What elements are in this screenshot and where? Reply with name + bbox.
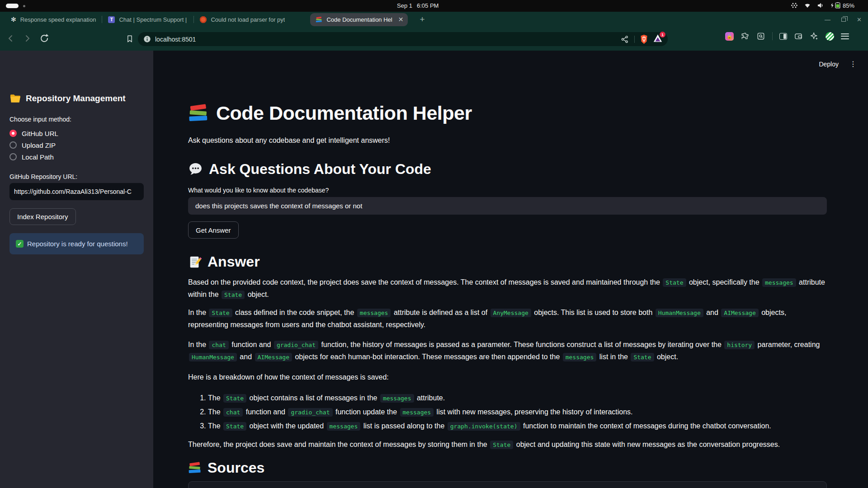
tab-title: Could not load parser for pyt — [211, 16, 285, 23]
url-text[interactable]: localhost:8501 — [155, 36, 196, 43]
brave-rewards-button[interactable]: 1 — [653, 34, 662, 44]
new-tab-button[interactable]: + — [420, 14, 425, 24]
close-window-button[interactable]: ✕ — [857, 16, 862, 23]
password-manager-icon[interactable]: 🔒 — [725, 32, 734, 41]
page-subtitle: Ask questions about any codebase and get… — [188, 136, 827, 145]
answer-paragraph: Here is a breakdown of how the context o… — [188, 371, 827, 383]
tab-code-doc-helper-active[interactable]: Code Documentation Hel ✕ — [310, 13, 408, 26]
battery-percent-label: 85% — [843, 2, 854, 9]
sidebar-toggle-icon[interactable] — [779, 33, 787, 40]
reload-icon[interactable] — [39, 32, 50, 45]
browser-toolbar: localhost:8501 — [0, 27, 868, 51]
back-icon[interactable] — [6, 32, 15, 45]
memo-emoji — [188, 255, 202, 269]
question-input[interactable] — [188, 197, 827, 215]
workspace-dot-indicator[interactable] — [23, 5, 25, 7]
answer-paragraph: In the State class defined in the code s… — [188, 307, 827, 331]
get-answer-button[interactable]: Get Answer — [188, 221, 239, 239]
answer-heading-text: Answer — [208, 253, 260, 272]
radio-label: Local Path — [22, 153, 54, 161]
forward-icon[interactable] — [23, 32, 32, 45]
answer-section-heading: Answer — [188, 253, 827, 272]
radio-unselected-icon[interactable] — [9, 153, 17, 160]
radio-local-path[interactable]: Local Path — [9, 152, 144, 161]
tab-title: Code Documentation Hel — [326, 16, 392, 23]
restore-button[interactable] — [841, 18, 846, 22]
sidebar: Repository Management Choose input metho… — [0, 51, 153, 488]
radio-unselected-icon[interactable] — [9, 141, 17, 149]
input-dots-icon — [791, 2, 798, 9]
radio-selected-icon[interactable] — [9, 130, 17, 137]
page-content: Code Documentation Helper Ask questions … — [188, 101, 827, 488]
charging-plug-icon — [830, 3, 834, 8]
deploy-button[interactable]: Deploy — [819, 61, 839, 68]
sources-heading-text: Sources — [208, 459, 264, 478]
system-top-bar: Sep 1 6:05 PM 85% — [0, 0, 868, 12]
workspace-pill-indicator[interactable] — [6, 4, 19, 8]
tab-separator — [102, 16, 102, 23]
clock[interactable]: Sep 1 6:05 PM — [397, 2, 439, 9]
battery-indicator: 85% — [830, 2, 854, 9]
books-emoji — [188, 462, 202, 474]
wallet-icon[interactable] — [794, 32, 803, 41]
sidebar-title: Repository Management — [26, 94, 126, 103]
input-method-radio-group: GitHub URL Upload ZIP Local Path — [9, 129, 144, 161]
index-repository-button[interactable]: Index Repository — [9, 208, 76, 225]
leo-ai-sparkles-icon[interactable] — [810, 32, 819, 41]
list-item: The chat function and gradio_chat functi… — [208, 406, 827, 418]
tab-separator — [193, 16, 194, 23]
time-label: 6:05 PM — [417, 2, 439, 9]
answer-paragraph: In the chat function and gradio_chat fun… — [188, 339, 827, 363]
tab-title: Response speed explanation — [20, 16, 96, 23]
browser-chrome: ✻ Response speed explanation T Chat | Sp… — [0, 12, 868, 51]
tab-title: Chat | Spectrum Support | Mi — [119, 16, 188, 23]
bookmark-icon[interactable] — [125, 34, 134, 44]
main-area: Deploy ⋮ Code Documentation Helper Ask q… — [153, 51, 868, 488]
list-item: The State object contains a list of mess… — [208, 392, 827, 404]
tab-parser-error[interactable]: Could not load parser for pyt — [195, 13, 289, 26]
radio-upload-zip[interactable]: Upload ZIP — [9, 141, 144, 150]
page-title: Code Documentation Helper — [188, 101, 827, 126]
search-box-icon[interactable] — [756, 32, 765, 41]
source-expander[interactable]: ▾ Source 1: chat in app.py — [188, 481, 827, 488]
folder-emoji — [9, 94, 21, 103]
tab-teams-chat[interactable]: T Chat | Spectrum Support | Mi — [104, 13, 192, 26]
check-emoji: ✓ — [16, 240, 24, 248]
menu-hamburger-icon[interactable] — [841, 33, 849, 39]
chatgpt-icon: ✻ — [11, 16, 16, 23]
extensions-puzzle-icon[interactable] — [741, 32, 750, 41]
battery-icon — [835, 2, 842, 9]
parser-page-icon — [200, 16, 207, 23]
app-menu-kebab-icon[interactable]: ⋮ — [849, 61, 857, 68]
address-bar[interactable]: localhost:8501 — [138, 32, 668, 46]
page-title-text: Code Documentation Helper — [216, 101, 472, 126]
radio-label: Upload ZIP — [22, 141, 56, 149]
ask-section-heading: Ask Questions About Your Code — [188, 160, 827, 179]
system-tray[interactable]: 85% — [791, 2, 854, 9]
date-label: Sep 1 — [397, 2, 412, 9]
sources-section-heading: Sources — [188, 459, 827, 478]
tab-response-speed[interactable]: ✻ Response speed explanation — [6, 13, 100, 26]
tab-bar: ✻ Response speed explanation T Chat | Sp… — [0, 12, 868, 27]
list-item: The State object with the updated messag… — [208, 420, 827, 432]
site-info-icon[interactable] — [143, 35, 151, 43]
radio-github-url[interactable]: GitHub URL — [9, 129, 144, 138]
question-label: What would you like to know about the co… — [188, 187, 827, 194]
brave-shield-icon[interactable] — [640, 34, 648, 44]
wifi-icon — [804, 2, 811, 9]
minimize-button[interactable]: — — [825, 16, 830, 23]
books-emoji — [188, 104, 209, 122]
infobox-text: Repository is ready for questions! — [27, 240, 128, 248]
answer-numbered-list: The State object contains a list of mess… — [188, 392, 827, 432]
close-tab-icon[interactable]: ✕ — [398, 16, 404, 23]
ask-heading-text: Ask Questions About Your Code — [209, 160, 431, 179]
repo-url-input[interactable] — [9, 183, 144, 200]
books-emoji-favicon — [316, 16, 322, 23]
answer-paragraph: Based on the provided code context, the … — [188, 277, 827, 301]
vpn-status-icon[interactable] — [826, 32, 834, 41]
share-icon[interactable] — [620, 35, 629, 44]
streamlit-header: Deploy ⋮ — [819, 61, 857, 68]
radio-label: GitHub URL — [22, 130, 58, 137]
rewards-notification-badge: 1 — [660, 32, 665, 38]
window-controls: — ✕ — [825, 12, 862, 27]
